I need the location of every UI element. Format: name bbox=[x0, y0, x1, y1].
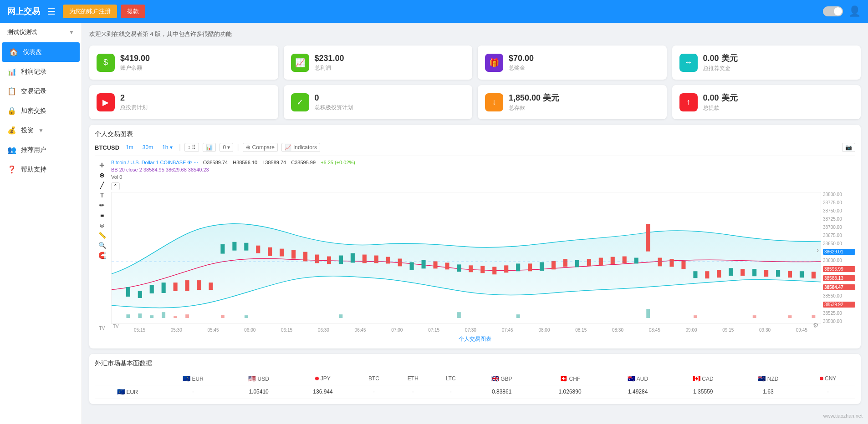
theme-toggle[interactable] bbox=[823, 6, 843, 16]
cell-eur-eth: - bbox=[393, 385, 433, 399]
svg-rect-34 bbox=[386, 257, 390, 263]
ruler-icon[interactable]: 📏 bbox=[98, 232, 106, 239]
time-label-0945: 09:45 bbox=[796, 328, 807, 333]
svg-rect-47 bbox=[611, 257, 614, 264]
svg-rect-62 bbox=[162, 312, 165, 318]
chart-toolbar: BTCUSD 1m 30m 1h ▾ | ↕ ⠿ 📊 0 ▾ | ⊕ Compa… bbox=[95, 143, 855, 156]
sidebar-item-test[interactable]: 测试仪测试 ▼ bbox=[0, 23, 82, 42]
cell-eur-usd: 1.05410 bbox=[226, 385, 291, 399]
magnet-icon[interactable]: 🧲 bbox=[98, 252, 106, 259]
cell-eur-eur: - bbox=[160, 385, 226, 399]
brush-icon[interactable]: ✏ bbox=[99, 202, 105, 209]
price-38588: 38588.13 bbox=[823, 275, 855, 281]
referral-bonus-info: 0.00 美元 总推荐奖金 bbox=[703, 53, 854, 72]
crosshair-icon[interactable]: ⊕ bbox=[99, 172, 105, 179]
tradingview-badge: TV bbox=[113, 324, 119, 329]
svg-rect-50 bbox=[658, 258, 662, 266]
svg-rect-38 bbox=[469, 266, 473, 272]
pattern-icon[interactable]: ≡ bbox=[100, 212, 104, 219]
stat-card-withdrawals: ↑ 0.00 美元 总提款 bbox=[672, 85, 861, 119]
line-icon[interactable]: ╱ bbox=[100, 182, 104, 189]
cell-eur-chf: 1.026890 bbox=[535, 385, 606, 399]
cny-dot bbox=[820, 377, 823, 380]
active-plans-icon: ✓ bbox=[291, 93, 309, 111]
chart-bb-label: BB 20 close 2 38584.95 38629.68 38540.23 bbox=[111, 167, 855, 172]
svg-rect-22 bbox=[185, 281, 189, 291]
chart-icon: 📊 bbox=[7, 67, 16, 76]
sidebar-item-support[interactable]: ❓ 帮助支持 bbox=[0, 160, 82, 179]
total-plans-info: 2 总投资计划 bbox=[120, 93, 271, 111]
chart-timeframe-30m[interactable]: 30m bbox=[140, 143, 156, 151]
sidebar-item-crypto[interactable]: 🔒 加密交换 bbox=[0, 101, 82, 121]
chart-section: 个人交易图表 BTCUSD 1m 30m 1h ▾ | ↕ ⠿ 📊 0 ▾ | … bbox=[89, 125, 861, 348]
svg-rect-16 bbox=[694, 272, 697, 278]
sidebar-item-referral[interactable]: 👥 推荐用户 bbox=[0, 140, 82, 160]
withdrawals-value: 0.00 美元 bbox=[703, 92, 854, 103]
cursor-icon[interactable]: ✛ bbox=[99, 162, 105, 169]
price-38596: 38595.99 bbox=[823, 266, 855, 272]
time-label-0730: 07:30 bbox=[465, 328, 476, 333]
total-plans-label: 总投资计划 bbox=[120, 104, 271, 111]
cell-eur-aud: 1.49284 bbox=[606, 385, 670, 399]
price-38650: 38650.00 bbox=[823, 241, 855, 246]
nzd-flag: 🇳🇿 bbox=[758, 375, 766, 382]
chart-0-button[interactable]: 0 ▾ bbox=[220, 143, 233, 152]
emoji-icon[interactable]: ☺ bbox=[99, 222, 105, 229]
col-header-currency bbox=[95, 372, 160, 385]
sidebar-item-profit[interactable]: 📊 利润记录 bbox=[0, 62, 82, 81]
stat-card-referral-bonus: ↔ 0.00 美元 总推荐奖金 bbox=[672, 45, 861, 80]
cell-eur-cny: - bbox=[801, 385, 855, 399]
svg-rect-23 bbox=[197, 281, 201, 290]
compare-button[interactable]: ⊕ Compare bbox=[243, 143, 278, 152]
svg-rect-48 bbox=[623, 257, 626, 263]
chart-timeframe-1m[interactable]: 1m bbox=[123, 143, 136, 151]
col-header-cad: 🇨🇦 CAD bbox=[670, 372, 736, 385]
svg-rect-42 bbox=[528, 264, 532, 271]
price-38700: 38700.00 bbox=[823, 225, 855, 230]
chart-settings-icon[interactable]: ⚙ bbox=[813, 322, 819, 329]
sidebar-support-label: 帮助支持 bbox=[21, 166, 46, 174]
scroll-right-button[interactable]: › bbox=[817, 246, 819, 254]
sidebar-item-trade[interactable]: 📋 交易记录 bbox=[0, 81, 82, 101]
expand-button[interactable]: ^ bbox=[111, 182, 120, 190]
price-38584: 38584.47 bbox=[823, 284, 855, 290]
chart-ohlc-bar: Bitcoin / U.S. Dollar 1 COINBASE 👁 ··· O… bbox=[111, 160, 855, 165]
svg-rect-35 bbox=[398, 259, 402, 266]
home-icon: 🏠 bbox=[9, 48, 18, 56]
svg-rect-61 bbox=[150, 315, 153, 318]
svg-rect-41 bbox=[505, 266, 508, 273]
balance-value: $419.00 bbox=[120, 54, 271, 63]
svg-rect-60 bbox=[138, 313, 142, 318]
chart-bar-button[interactable]: 📊 bbox=[203, 143, 216, 152]
register-button[interactable]: 为您的账户注册 bbox=[63, 5, 117, 18]
chart-high: H38596.10 bbox=[233, 160, 257, 165]
chart-symbol: BTCUSD bbox=[95, 144, 119, 151]
help-icon: ❓ bbox=[7, 165, 16, 174]
screenshot-button[interactable]: 📷 bbox=[842, 143, 855, 152]
time-label-0845: 08:45 bbox=[649, 328, 660, 333]
chart-type-button[interactable]: ↕ ⠿ bbox=[184, 143, 199, 152]
time-label-0915: 09:15 bbox=[722, 328, 734, 333]
deposit-button[interactable]: 提款 bbox=[121, 5, 145, 18]
main-layout: 测试仪测试 ▼ 🏠 仪表盘 📊 利润记录 📋 交易记录 🔒 加密交换 💰 投资 … bbox=[0, 23, 868, 424]
svg-rect-24 bbox=[209, 283, 213, 290]
sidebar-item-invest[interactable]: 💰 投资 ▼ bbox=[0, 121, 82, 140]
price-38525: 38525.00 bbox=[823, 311, 855, 316]
svg-rect-2 bbox=[150, 285, 153, 293]
chart-timeframe-1h[interactable]: 1h ▾ bbox=[159, 143, 175, 151]
watermark: www.tiaozhan.net bbox=[823, 413, 863, 419]
svg-rect-25 bbox=[256, 246, 260, 253]
svg-rect-26 bbox=[268, 247, 272, 256]
user-icon[interactable]: 👤 bbox=[848, 5, 861, 17]
svg-rect-43 bbox=[552, 261, 556, 269]
indicators-button[interactable]: 📈 Indicators bbox=[281, 143, 320, 152]
sidebar-item-dashboard[interactable]: 🏠 仪表盘 bbox=[2, 42, 80, 62]
text-icon[interactable]: T bbox=[100, 192, 104, 199]
zoom-icon[interactable]: 🔍 bbox=[98, 242, 106, 249]
table-row: 🇪🇺 EUR - 1.05410 136.944 - - - 0.83861 1… bbox=[95, 385, 855, 399]
col-header-chf: 🇨🇭 CHF bbox=[535, 372, 606, 385]
svg-rect-56 bbox=[765, 270, 768, 277]
menu-icon[interactable]: ☰ bbox=[47, 6, 56, 17]
stat-card-active-plans: ✓ 0 总积极投资计划 bbox=[284, 85, 473, 119]
svg-rect-17 bbox=[729, 268, 733, 276]
